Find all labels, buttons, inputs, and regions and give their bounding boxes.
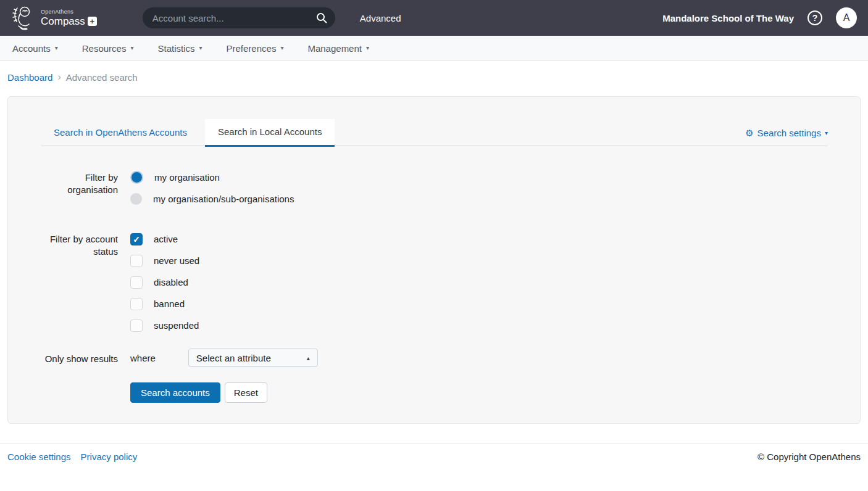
filter-by-account-status-label: Filter by account status	[41, 228, 118, 336]
page-footer: Cookie settings Privacy policy © Copyrig…	[0, 444, 868, 462]
checkbox-label: banned	[154, 299, 185, 309]
where-label: where	[130, 349, 156, 367]
openathens-owl-icon	[9, 3, 38, 33]
checkbox-option-suspended[interactable]: suspended	[130, 315, 199, 336]
menu-accounts-label: Accounts	[12, 43, 51, 54]
radio-option-my-organisation-sub-organisations[interactable]: my organisation/sub-organisations	[130, 188, 294, 210]
radio-my-organisation[interactable]	[130, 171, 143, 184]
search-settings-dropdown[interactable]: ⚙ Search settings ▾	[745, 128, 828, 138]
checkbox-option-disabled[interactable]: disabled	[130, 271, 199, 293]
breadcrumb-dashboard-link[interactable]: Dashboard	[7, 72, 52, 83]
top-navbar: OpenAthens Compass + Advanced Mandalore …	[0, 0, 868, 36]
radio-option-my-organisation[interactable]: my organisation	[130, 167, 294, 188]
attribute-select-value: Select an attribute	[196, 353, 271, 363]
search-settings-label: Search settings	[757, 128, 821, 138]
chevron-down-icon: ▾	[199, 45, 202, 51]
main-menubar: Accounts ▾ Resources ▾ Statistics ▾ Pref…	[0, 36, 868, 61]
checkbox-label: never used	[154, 255, 199, 266]
checkbox-option-banned[interactable]: banned	[130, 293, 199, 315]
chevron-down-icon: ▾	[825, 130, 828, 136]
chevron-up-icon: ▴	[307, 355, 310, 361]
chevron-down-icon: ▾	[366, 45, 369, 51]
avatar[interactable]: A	[836, 7, 857, 28]
privacy-policy-link[interactable]: Privacy policy	[81, 452, 138, 462]
checkbox-label: disabled	[154, 277, 188, 287]
attribute-select[interactable]: Select an attribute ▴	[188, 349, 318, 367]
advanced-search-panel: Search in OpenAthens Accounts Search in …	[7, 96, 861, 424]
radio-label: my organisation/sub-organisations	[153, 194, 294, 204]
brand-openathens-label: OpenAthens	[41, 9, 97, 15]
checkbox-suspended[interactable]	[130, 320, 143, 332]
navbar-right: Mandalore School of The Way ? A	[662, 7, 857, 28]
filter-by-organisation-label: Filter by organisation	[41, 167, 118, 210]
checkbox-option-never-used[interactable]: never used	[130, 250, 199, 271]
only-show-results-row: Only show results where Select an attrib…	[41, 349, 828, 367]
openathens-compass-logo[interactable]: OpenAthens Compass +	[9, 3, 97, 33]
copyright-text: © Copyright OpenAthens	[757, 452, 861, 462]
menu-preferences[interactable]: Preferences ▾	[222, 43, 289, 54]
menu-statistics-label: Statistics	[157, 43, 194, 54]
help-icon[interactable]: ?	[807, 10, 822, 25]
checkbox-option-active[interactable]: ✓ active	[130, 228, 199, 250]
tab-label: Search in Local Accounts	[218, 126, 322, 137]
reset-button[interactable]: Reset	[225, 382, 267, 403]
chevron-down-icon: ▾	[280, 45, 283, 51]
form-buttons-row: Search accounts Reset	[41, 382, 828, 403]
advanced-search-link[interactable]: Advanced	[360, 13, 401, 23]
account-search-input[interactable]	[143, 7, 335, 28]
account-search	[143, 7, 335, 28]
checkbox-active[interactable]: ✓	[130, 233, 143, 246]
tab-label: Search in OpenAthens Accounts	[54, 127, 187, 138]
gear-icon: ⚙	[745, 128, 753, 138]
plus-badge-icon: +	[88, 17, 97, 26]
radio-label: my organisation	[154, 172, 220, 183]
brand-text: OpenAthens Compass +	[41, 9, 97, 27]
checkbox-label: suspended	[154, 320, 199, 331]
search-accounts-button[interactable]: Search accounts	[130, 382, 220, 403]
filter-by-account-status-row: Filter by account status ✓ active never …	[41, 228, 828, 336]
brand-compass-label: Compass	[41, 16, 85, 27]
menu-accounts[interactable]: Accounts ▾	[7, 43, 63, 54]
breadcrumb-separator-icon: ›	[57, 72, 61, 83]
chevron-down-icon: ▾	[55, 45, 58, 51]
menu-statistics[interactable]: Statistics ▾	[152, 43, 207, 54]
menu-resources-label: Resources	[82, 43, 127, 54]
only-show-results-label: Only show results	[41, 349, 118, 367]
checkbox-label: active	[154, 234, 178, 244]
menu-preferences-label: Preferences	[227, 43, 277, 54]
organisation-name: Mandalore School of The Way	[662, 13, 794, 23]
checkbox-disabled[interactable]	[130, 276, 143, 289]
tab-search-openathens-accounts[interactable]: Search in OpenAthens Accounts	[41, 120, 200, 146]
checkbox-banned[interactable]	[130, 298, 143, 310]
search-icon[interactable]	[316, 12, 327, 23]
menu-resources[interactable]: Resources ▾	[77, 43, 139, 54]
tab-search-local-accounts[interactable]: Search in Local Accounts	[205, 119, 335, 147]
search-tabs: Search in OpenAthens Accounts Search in …	[41, 119, 828, 146]
filter-by-organisation-row: Filter by organisation my organisation m…	[41, 167, 828, 210]
menu-management-label: Management	[307, 43, 362, 54]
checkbox-never-used[interactable]	[130, 255, 143, 267]
check-icon: ✓	[133, 235, 140, 244]
breadcrumb-current: Advanced search	[66, 72, 138, 83]
search-filter-form: Filter by organisation my organisation m…	[41, 167, 828, 403]
menu-management[interactable]: Management ▾	[303, 43, 374, 54]
breadcrumb: Dashboard › Advanced search	[0, 61, 868, 86]
cookie-settings-link[interactable]: Cookie settings	[7, 452, 71, 462]
footer-links: Cookie settings Privacy policy	[7, 452, 137, 462]
chevron-down-icon: ▾	[130, 45, 133, 51]
radio-my-organisation-sub-organisations[interactable]	[130, 193, 142, 205]
